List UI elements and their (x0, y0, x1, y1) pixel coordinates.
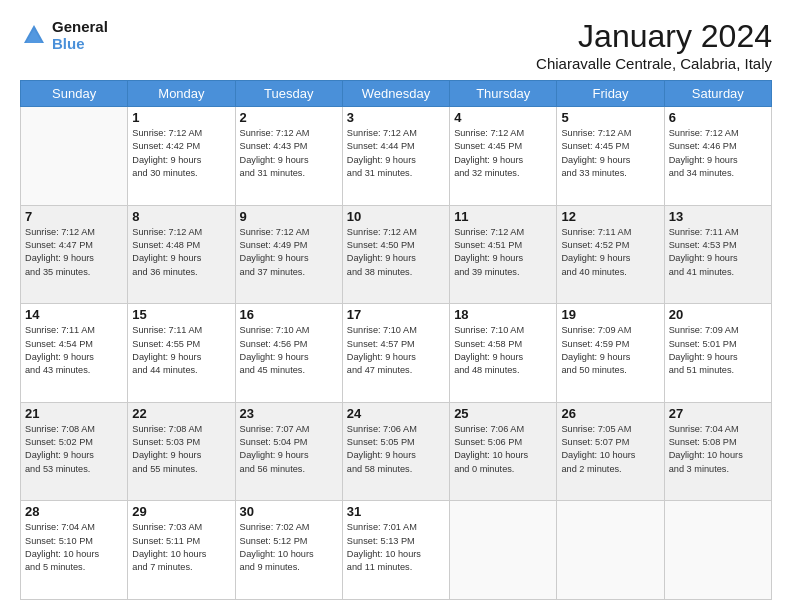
table-row: 26Sunrise: 7:05 AM Sunset: 5:07 PM Dayli… (557, 402, 664, 501)
day-number: 31 (347, 504, 445, 519)
table-row: 18Sunrise: 7:10 AM Sunset: 4:58 PM Dayli… (450, 304, 557, 403)
table-row: 15Sunrise: 7:11 AM Sunset: 4:55 PM Dayli… (128, 304, 235, 403)
day-number: 25 (454, 406, 552, 421)
table-row: 25Sunrise: 7:06 AM Sunset: 5:06 PM Dayli… (450, 402, 557, 501)
table-row: 6Sunrise: 7:12 AM Sunset: 4:46 PM Daylig… (664, 107, 771, 206)
table-row: 3Sunrise: 7:12 AM Sunset: 4:44 PM Daylig… (342, 107, 449, 206)
logo-icon (20, 21, 48, 49)
col-thursday: Thursday (450, 81, 557, 107)
day-number: 9 (240, 209, 338, 224)
calendar-week-row: 7Sunrise: 7:12 AM Sunset: 4:47 PM Daylig… (21, 205, 772, 304)
day-number: 28 (25, 504, 123, 519)
day-info: Sunrise: 7:10 AM Sunset: 4:58 PM Dayligh… (454, 324, 552, 377)
day-number: 6 (669, 110, 767, 125)
day-number: 8 (132, 209, 230, 224)
day-info: Sunrise: 7:05 AM Sunset: 5:07 PM Dayligh… (561, 423, 659, 476)
day-number: 21 (25, 406, 123, 421)
day-number: 24 (347, 406, 445, 421)
table-row: 17Sunrise: 7:10 AM Sunset: 4:57 PM Dayli… (342, 304, 449, 403)
day-info: Sunrise: 7:03 AM Sunset: 5:11 PM Dayligh… (132, 521, 230, 574)
logo: General Blue (20, 18, 108, 53)
calendar-header-row: Sunday Monday Tuesday Wednesday Thursday… (21, 81, 772, 107)
day-info: Sunrise: 7:12 AM Sunset: 4:46 PM Dayligh… (669, 127, 767, 180)
day-number: 18 (454, 307, 552, 322)
col-tuesday: Tuesday (235, 81, 342, 107)
day-number: 1 (132, 110, 230, 125)
day-info: Sunrise: 7:06 AM Sunset: 5:06 PM Dayligh… (454, 423, 552, 476)
table-row: 7Sunrise: 7:12 AM Sunset: 4:47 PM Daylig… (21, 205, 128, 304)
day-info: Sunrise: 7:01 AM Sunset: 5:13 PM Dayligh… (347, 521, 445, 574)
logo-text: General Blue (52, 18, 108, 53)
table-row: 10Sunrise: 7:12 AM Sunset: 4:50 PM Dayli… (342, 205, 449, 304)
table-row: 28Sunrise: 7:04 AM Sunset: 5:10 PM Dayli… (21, 501, 128, 600)
day-number: 22 (132, 406, 230, 421)
table-row: 5Sunrise: 7:12 AM Sunset: 4:45 PM Daylig… (557, 107, 664, 206)
day-info: Sunrise: 7:07 AM Sunset: 5:04 PM Dayligh… (240, 423, 338, 476)
col-wednesday: Wednesday (342, 81, 449, 107)
day-number: 11 (454, 209, 552, 224)
day-number: 3 (347, 110, 445, 125)
table-row: 29Sunrise: 7:03 AM Sunset: 5:11 PM Dayli… (128, 501, 235, 600)
day-info: Sunrise: 7:12 AM Sunset: 4:49 PM Dayligh… (240, 226, 338, 279)
header: General Blue January 2024 Chiaravalle Ce… (20, 18, 772, 72)
calendar-table: Sunday Monday Tuesday Wednesday Thursday… (20, 80, 772, 600)
table-row: 13Sunrise: 7:11 AM Sunset: 4:53 PM Dayli… (664, 205, 771, 304)
day-number: 10 (347, 209, 445, 224)
day-number: 15 (132, 307, 230, 322)
table-row (664, 501, 771, 600)
day-number: 30 (240, 504, 338, 519)
table-row: 30Sunrise: 7:02 AM Sunset: 5:12 PM Dayli… (235, 501, 342, 600)
table-row: 19Sunrise: 7:09 AM Sunset: 4:59 PM Dayli… (557, 304, 664, 403)
col-friday: Friday (557, 81, 664, 107)
table-row: 14Sunrise: 7:11 AM Sunset: 4:54 PM Dayli… (21, 304, 128, 403)
day-info: Sunrise: 7:12 AM Sunset: 4:48 PM Dayligh… (132, 226, 230, 279)
table-row: 1Sunrise: 7:12 AM Sunset: 4:42 PM Daylig… (128, 107, 235, 206)
day-number: 19 (561, 307, 659, 322)
day-number: 14 (25, 307, 123, 322)
table-row (557, 501, 664, 600)
table-row: 23Sunrise: 7:07 AM Sunset: 5:04 PM Dayli… (235, 402, 342, 501)
day-info: Sunrise: 7:10 AM Sunset: 4:57 PM Dayligh… (347, 324, 445, 377)
day-number: 23 (240, 406, 338, 421)
day-info: Sunrise: 7:08 AM Sunset: 5:02 PM Dayligh… (25, 423, 123, 476)
table-row: 24Sunrise: 7:06 AM Sunset: 5:05 PM Dayli… (342, 402, 449, 501)
day-number: 26 (561, 406, 659, 421)
calendar-subtitle: Chiaravalle Centrale, Calabria, Italy (536, 55, 772, 72)
day-info: Sunrise: 7:04 AM Sunset: 5:10 PM Dayligh… (25, 521, 123, 574)
day-number: 16 (240, 307, 338, 322)
table-row: 16Sunrise: 7:10 AM Sunset: 4:56 PM Dayli… (235, 304, 342, 403)
day-info: Sunrise: 7:10 AM Sunset: 4:56 PM Dayligh… (240, 324, 338, 377)
col-monday: Monday (128, 81, 235, 107)
day-info: Sunrise: 7:12 AM Sunset: 4:42 PM Dayligh… (132, 127, 230, 180)
day-info: Sunrise: 7:11 AM Sunset: 4:54 PM Dayligh… (25, 324, 123, 377)
table-row: 2Sunrise: 7:12 AM Sunset: 4:43 PM Daylig… (235, 107, 342, 206)
day-number: 2 (240, 110, 338, 125)
day-info: Sunrise: 7:11 AM Sunset: 4:55 PM Dayligh… (132, 324, 230, 377)
calendar-page: General Blue January 2024 Chiaravalle Ce… (0, 0, 792, 612)
day-number: 5 (561, 110, 659, 125)
day-number: 27 (669, 406, 767, 421)
calendar-title: January 2024 (536, 18, 772, 55)
day-info: Sunrise: 7:09 AM Sunset: 4:59 PM Dayligh… (561, 324, 659, 377)
day-info: Sunrise: 7:11 AM Sunset: 4:53 PM Dayligh… (669, 226, 767, 279)
table-row (450, 501, 557, 600)
day-number: 29 (132, 504, 230, 519)
table-row: 9Sunrise: 7:12 AM Sunset: 4:49 PM Daylig… (235, 205, 342, 304)
calendar-week-row: 28Sunrise: 7:04 AM Sunset: 5:10 PM Dayli… (21, 501, 772, 600)
day-info: Sunrise: 7:06 AM Sunset: 5:05 PM Dayligh… (347, 423, 445, 476)
day-number: 20 (669, 307, 767, 322)
day-number: 13 (669, 209, 767, 224)
calendar-week-row: 14Sunrise: 7:11 AM Sunset: 4:54 PM Dayli… (21, 304, 772, 403)
day-info: Sunrise: 7:12 AM Sunset: 4:43 PM Dayligh… (240, 127, 338, 180)
table-row: 11Sunrise: 7:12 AM Sunset: 4:51 PM Dayli… (450, 205, 557, 304)
day-info: Sunrise: 7:12 AM Sunset: 4:51 PM Dayligh… (454, 226, 552, 279)
table-row (21, 107, 128, 206)
table-row: 31Sunrise: 7:01 AM Sunset: 5:13 PM Dayli… (342, 501, 449, 600)
day-number: 4 (454, 110, 552, 125)
calendar-week-row: 1Sunrise: 7:12 AM Sunset: 4:42 PM Daylig… (21, 107, 772, 206)
title-block: January 2024 Chiaravalle Centrale, Calab… (536, 18, 772, 72)
day-info: Sunrise: 7:11 AM Sunset: 4:52 PM Dayligh… (561, 226, 659, 279)
day-number: 17 (347, 307, 445, 322)
table-row: 22Sunrise: 7:08 AM Sunset: 5:03 PM Dayli… (128, 402, 235, 501)
table-row: 8Sunrise: 7:12 AM Sunset: 4:48 PM Daylig… (128, 205, 235, 304)
